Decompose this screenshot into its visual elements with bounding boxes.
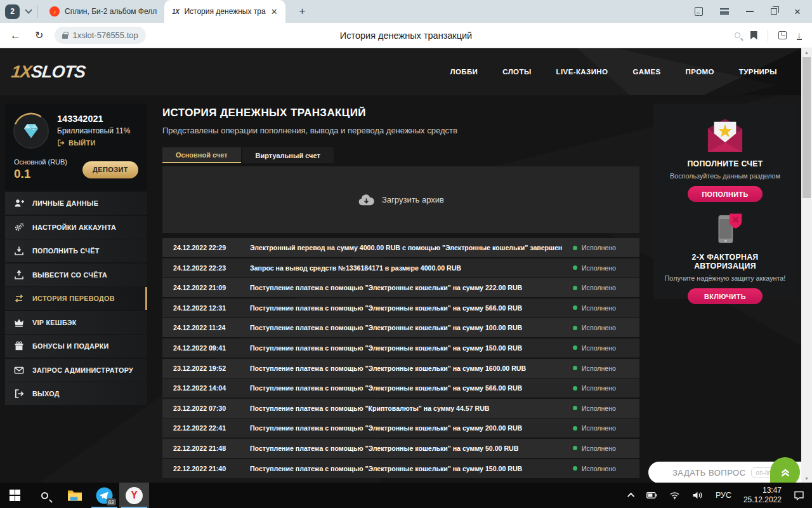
transaction-row[interactable]: 22.12.2022 22:41 Поступление платежа с п… xyxy=(162,418,639,438)
scrollbar-thumb[interactable] xyxy=(802,57,811,198)
telegram-unread-badge: 62 xyxy=(107,498,116,505)
transaction-row[interactable]: 24.12.2022 09:41 Поступление платежа с п… xyxy=(162,338,639,358)
tab-list-chevron-icon[interactable] xyxy=(25,6,32,13)
menu-item-label: ЛИЧНЫЕ ДАННЫЕ xyxy=(32,199,98,207)
transaction-row[interactable]: 24.12.2022 21:09 Поступление платежа с п… xyxy=(162,278,639,297)
nav-item[interactable]: ПРОМО xyxy=(686,68,714,76)
tray-expand-chevron-icon[interactable] xyxy=(627,493,634,500)
scroll-up-arrow[interactable]: ▲ xyxy=(801,50,812,55)
bookmarks-panel-icon[interactable] xyxy=(695,7,703,16)
scroll-down-arrow[interactable]: ▼ xyxy=(801,476,812,481)
bookmark-icon[interactable] xyxy=(750,31,757,40)
status-dot-icon xyxy=(573,446,577,450)
page-scrollbar[interactable]: ▲ ▼ xyxy=(801,48,812,483)
menu-item-label: ПОПОЛНИТЬ СЧЁТ xyxy=(32,247,100,255)
window-close-button[interactable]: × xyxy=(794,6,801,17)
collections-icon[interactable] xyxy=(778,31,787,39)
chat-open-button[interactable] xyxy=(770,457,800,483)
sidebar-menu-item[interactable]: НАСТРОЙКИ АККАУНТА xyxy=(5,216,147,239)
start-button[interactable] xyxy=(0,483,30,508)
back-button[interactable]: ← xyxy=(10,29,21,42)
transaction-row[interactable]: 24.12.2022 22:29 Электронный перевод на … xyxy=(162,238,639,257)
page-search-icon[interactable] xyxy=(735,32,740,38)
transaction-row[interactable]: 24.12.2022 12:31 Поступление платежа с п… xyxy=(162,298,639,318)
yandex-browser-icon: Y xyxy=(126,487,143,504)
taskbar-search-button[interactable] xyxy=(30,483,60,508)
menu-item-label: БОНУСЫ И ПОДАРКИ xyxy=(32,342,109,350)
transaction-date: 24.12.2022 11:24 xyxy=(162,324,240,331)
transaction-row[interactable]: 22.12.2022 21:40 Поступление платежа с п… xyxy=(162,459,639,478)
transaction-description: Поступление платежа с помощью "Электронн… xyxy=(240,284,573,291)
downloads-icon[interactable]: ↓ xyxy=(797,31,802,40)
nav-item[interactable]: ЛОББИ xyxy=(450,68,478,76)
logout-link[interactable]: ВЫЙТИ xyxy=(57,139,130,147)
wifi-icon[interactable] xyxy=(669,491,680,500)
browser-tab-music[interactable]: ♪ Сплин, Би-2 альбом Фелл xyxy=(42,0,164,23)
window-restore-button[interactable] xyxy=(771,8,777,15)
reload-button[interactable]: ↻ xyxy=(35,29,43,41)
windows-taskbar: 62 Y РУС 13:47 xyxy=(0,483,812,508)
battery-icon[interactable] xyxy=(646,491,657,500)
user-id: 143342021 xyxy=(57,114,130,124)
chat-widget[interactable]: ЗАДАТЬ ВОПРОС on-line xyxy=(648,462,801,483)
transaction-status: Исполнено xyxy=(573,364,639,372)
nav-item[interactable]: LIVE-КАЗИНО xyxy=(556,68,608,76)
nav-item[interactable]: GAMES xyxy=(632,68,660,76)
transaction-date: 23.12.2022 14:04 xyxy=(162,384,240,392)
transaction-row[interactable]: 24.12.2022 11:24 Поступление платежа с п… xyxy=(162,318,639,337)
language-indicator[interactable]: РУС xyxy=(716,491,731,500)
deposit-promo-card: ПОПОЛНИТЕ СЧЕТ Воспользуйтесь данным раз… xyxy=(653,104,797,199)
status-label: Исполнено xyxy=(582,444,616,452)
sidebar-menu-item[interactable]: ИСТОРИЯ ПЕРЕВОДОВ xyxy=(5,287,147,310)
transaction-date: 24.12.2022 12:31 xyxy=(162,304,240,312)
transaction-status: Исполнено xyxy=(573,264,639,272)
status-label: Исполнено xyxy=(582,364,616,372)
yandex-browser-button[interactable]: Y xyxy=(119,483,149,508)
telegram-button[interactable]: 62 xyxy=(89,483,119,508)
status-dot-icon xyxy=(573,326,577,330)
browser-tab-active[interactable]: 1X История денежных тра ✕ xyxy=(164,0,285,23)
deposit-button[interactable]: ДЕПОЗИТ xyxy=(82,161,138,178)
site-logo[interactable]: 1XSLOTS xyxy=(10,62,86,82)
transaction-description: Поступление платежа с помощью "Электронн… xyxy=(240,324,573,331)
phone-shield-icon xyxy=(707,211,743,246)
clock[interactable]: 13:47 25.12.2022 xyxy=(743,486,782,505)
browser-menu-icon[interactable] xyxy=(720,8,729,15)
volume-icon[interactable] xyxy=(692,491,704,500)
notification-center-icon[interactable] xyxy=(794,490,804,500)
transaction-description: Запрос на вывод средств №1336184171 в ра… xyxy=(240,264,573,272)
sidebar-menu-item[interactable]: VIP КЕШБЭК xyxy=(5,311,147,334)
sidebar-menu-item[interactable]: ЗАПРОС АДМИНИСТРАТОРУ xyxy=(5,359,147,382)
user-level: Бриллиантовый 11% xyxy=(57,126,130,135)
tab-count-badge[interactable]: 2 xyxy=(5,4,20,19)
new-tab-button[interactable]: + xyxy=(294,3,311,20)
nav-item[interactable]: СЛОТЫ xyxy=(502,68,531,76)
download-archive-button[interactable]: Загрузить архив xyxy=(358,194,444,206)
file-explorer-button[interactable] xyxy=(60,483,89,508)
transaction-row[interactable]: 23.12.2022 07:30 Поступление платежа с п… xyxy=(162,399,639,418)
sidebar-menu-item[interactable]: ПОПОЛНИТЬ СЧЁТ xyxy=(5,239,147,262)
enable-tfa-button[interactable]: ВКЛЮЧИТЬ xyxy=(688,288,763,304)
avatar[interactable] xyxy=(13,112,49,149)
status-dot-icon xyxy=(573,406,577,410)
sidebar-menu-item[interactable]: БОНУСЫ И ПОДАРКИ xyxy=(5,335,147,358)
nav-item[interactable]: ТУРНИРЫ xyxy=(739,68,777,76)
double-chevron-up-icon xyxy=(778,466,792,479)
sidebar-menu-item[interactable]: ВЫХОД xyxy=(5,382,147,405)
address-field[interactable]: 1xslot-576555.top xyxy=(55,27,145,44)
transaction-row[interactable]: 23.12.2022 14:04 Поступление платежа с п… xyxy=(162,378,639,398)
windows-logo-icon xyxy=(10,490,21,501)
transaction-row[interactable]: 23.12.2022 19:52 Поступление платежа с п… xyxy=(162,359,639,378)
top-up-button[interactable]: ПОПОЛНИТЬ xyxy=(688,186,763,202)
tab-main-account[interactable]: Основной счет xyxy=(162,147,241,163)
folder-icon xyxy=(67,490,82,502)
window-minimize-button[interactable] xyxy=(746,11,754,12)
tab-virtual-account[interactable]: Виртуальный счет xyxy=(242,147,334,163)
sidebar-menu-item[interactable]: ВЫВЕСТИ СО СЧЁТА xyxy=(5,264,147,286)
tab-close-icon[interactable]: ✕ xyxy=(271,7,278,17)
menu-item-label: ИСТОРИЯ ПЕРЕВОДОВ xyxy=(32,295,115,302)
transaction-row[interactable]: 22.12.2022 21:48 Поступление платежа с п… xyxy=(162,439,639,458)
sidebar-menu-item[interactable]: ЛИЧНЫЕ ДАННЫЕ xyxy=(5,192,147,215)
transaction-row[interactable]: 24.12.2022 22:23 Запрос на вывод средств… xyxy=(162,258,639,277)
lock-icon[interactable] xyxy=(62,34,68,39)
